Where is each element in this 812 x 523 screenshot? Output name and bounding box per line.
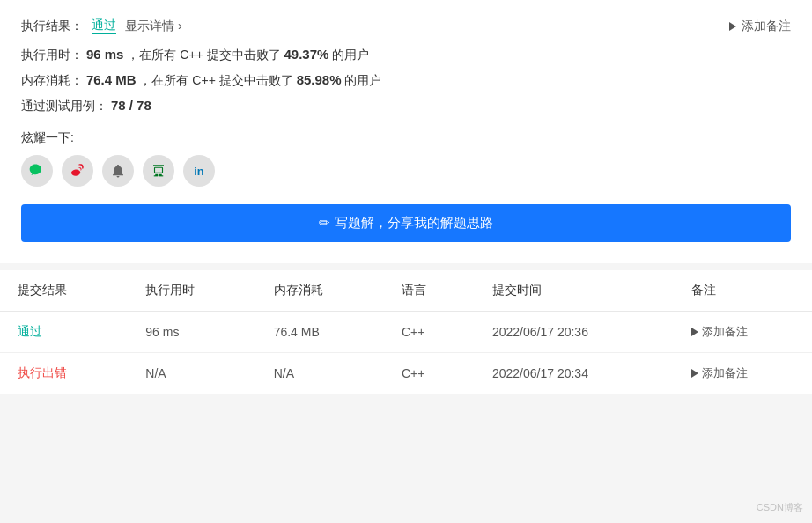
bottom-panel: 提交结果 执行用时 内存消耗 语言 提交时间 备注 通过 96 ms 76.4 … bbox=[0, 270, 812, 394]
table-body: 通过 96 ms 76.4 MB C++ 2022/06/17 20:36 添加… bbox=[0, 312, 812, 394]
submissions-table: 提交结果 执行用时 内存消耗 语言 提交时间 备注 通过 96 ms 76.4 … bbox=[0, 270, 812, 394]
add-note-cell-0[interactable]: 添加备注 bbox=[691, 324, 795, 340]
row-submit-time-0: 2022/06/17 20:36 bbox=[475, 312, 674, 353]
col-header-time: 执行用时 bbox=[128, 270, 255, 312]
col-header-memory: 内存消耗 bbox=[256, 270, 384, 312]
wechat-icon[interactable] bbox=[21, 155, 53, 187]
row-submit-time-1: 2022/06/17 20:34 bbox=[475, 353, 674, 394]
row-memory-1: N/A bbox=[256, 353, 384, 394]
row-status-1[interactable]: 执行出错 bbox=[18, 365, 67, 379]
table-row: 通过 96 ms 76.4 MB C++ 2022/06/17 20:36 添加… bbox=[0, 312, 812, 353]
mem-suffix: ，在所有 C++ 提交中击败了 bbox=[139, 73, 292, 87]
mem-label: 内存消耗： bbox=[21, 73, 83, 87]
share-label: 炫耀一下: bbox=[21, 130, 791, 146]
result-row: 执行结果： 通过 显示详情 › 添加备注 bbox=[21, 18, 791, 34]
douban-icon[interactable] bbox=[143, 155, 174, 187]
row-memory-0: 76.4 MB bbox=[256, 312, 384, 353]
result-status[interactable]: 通过 bbox=[92, 18, 116, 34]
mem-value: 76.4 MB bbox=[86, 72, 137, 87]
add-note-label-1: 添加备注 bbox=[702, 365, 748, 381]
time-suffix: ，在所有 C++ 提交中击败了 bbox=[127, 48, 280, 62]
time-value: 96 ms bbox=[86, 47, 124, 62]
mem-stat-row: 内存消耗： 76.4 MB ，在所有 C++ 提交中击败了 85.98% 的用户 bbox=[21, 72, 791, 89]
time-end: 的用户 bbox=[332, 48, 369, 62]
row-lang-0: C++ bbox=[384, 312, 475, 353]
result-label: 执行结果： bbox=[21, 18, 83, 34]
col-header-note: 备注 bbox=[674, 270, 813, 312]
test-case-row: 通过测试用例： 78 / 78 bbox=[21, 98, 791, 114]
write-solution-button[interactable]: ✏ 写题解，分享我的解题思路 bbox=[21, 204, 791, 242]
table-row: 执行出错 N/A N/A C++ 2022/06/17 20:34 添加备注 bbox=[0, 353, 812, 394]
weibo-icon[interactable] bbox=[62, 155, 93, 187]
add-note-label-0: 添加备注 bbox=[702, 324, 748, 340]
time-percent: 49.37% bbox=[284, 47, 328, 62]
time-label: 执行用时： bbox=[21, 48, 83, 62]
row-time-1: N/A bbox=[128, 353, 255, 394]
svg-rect-0 bbox=[153, 165, 164, 166]
top-panel: 执行结果： 通过 显示详情 › 添加备注 执行用时： 96 ms ，在所有 C+… bbox=[0, 0, 812, 263]
row-lang-1: C++ bbox=[384, 353, 475, 394]
table-header: 提交结果 执行用时 内存消耗 语言 提交时间 备注 bbox=[0, 270, 812, 312]
test-case-label: 通过测试用例： bbox=[21, 99, 107, 113]
row-time-0: 96 ms bbox=[128, 312, 255, 353]
time-stat-row: 执行用时： 96 ms ，在所有 C++ 提交中击败了 49.37% 的用户 bbox=[21, 47, 791, 63]
bell-icon[interactable] bbox=[102, 155, 134, 187]
col-header-result: 提交结果 bbox=[0, 270, 128, 312]
svg-rect-1 bbox=[155, 167, 163, 173]
triangle-icon-1 bbox=[691, 369, 698, 378]
add-note-top-button[interactable]: 添加备注 bbox=[729, 18, 791, 34]
mem-end: 的用户 bbox=[344, 73, 381, 87]
test-case-value: 78 / 78 bbox=[111, 98, 151, 113]
mem-percent: 85.98% bbox=[297, 72, 342, 87]
triangle-icon-0 bbox=[691, 328, 698, 336]
svg-rect-5 bbox=[159, 175, 164, 176]
linkedin-icon[interactable]: in bbox=[183, 155, 215, 187]
triangle-icon bbox=[729, 22, 736, 31]
col-header-submit-time: 提交时间 bbox=[475, 270, 674, 312]
add-note-cell-1[interactable]: 添加备注 bbox=[691, 365, 795, 381]
result-left: 执行结果： 通过 显示详情 › bbox=[21, 18, 182, 34]
svg-rect-4 bbox=[154, 175, 159, 176]
row-status-0[interactable]: 通过 bbox=[18, 324, 42, 338]
social-icons: in bbox=[21, 155, 791, 187]
col-header-lang: 语言 bbox=[384, 270, 475, 312]
detail-link[interactable]: 显示详情 › bbox=[125, 18, 182, 34]
add-note-top-label: 添加备注 bbox=[742, 18, 791, 34]
